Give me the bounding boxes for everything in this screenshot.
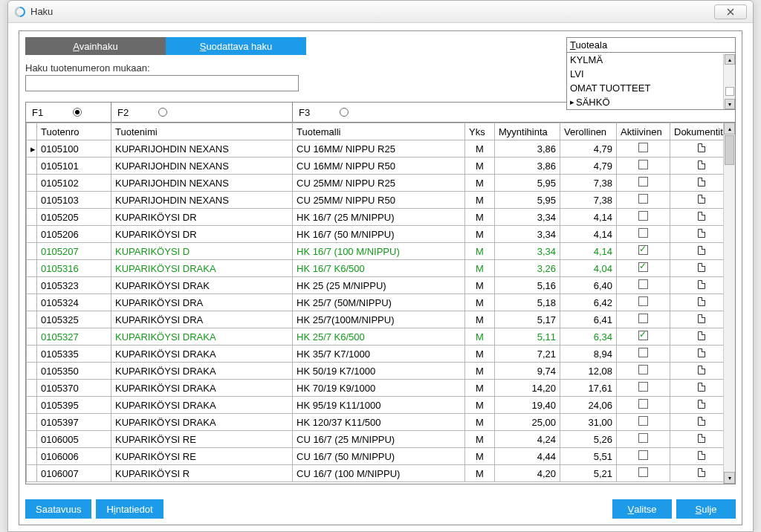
product-grid[interactable]: Tuotenro Tuotenimi Tuotemalli Yks Myynti… xyxy=(26,123,733,482)
table-row[interactable]: 0105102KUPARIJOHDIN NEXANSCU 25MM/ NIPPU… xyxy=(27,175,733,192)
scroll-thumb[interactable] xyxy=(725,135,734,165)
tuoteala-scrollbar[interactable]: ▴ ▾ xyxy=(723,54,735,109)
table-row[interactable]: 0105324KUPARIKÖYSI DRAHK 25/7 (50M/NIPPU… xyxy=(27,294,733,311)
table-row[interactable]: 0106005KUPARIKÖYSI RECU 16/7 (25 M/NIPPU… xyxy=(27,431,733,448)
cell-aktiivinen[interactable] xyxy=(617,465,670,482)
cell-aktiivinen[interactable] xyxy=(617,448,670,465)
saatavuus-button[interactable]: Saatavuus xyxy=(25,499,91,519)
col-myyntihinta[interactable]: Myyntihinta xyxy=(495,123,560,140)
cell-aktiivinen[interactable] xyxy=(617,294,670,311)
checkbox-icon[interactable] xyxy=(638,467,648,477)
cell-aktiivinen[interactable] xyxy=(617,158,670,175)
col-aktiivinen[interactable]: Aktiivinen xyxy=(617,123,670,140)
checkbox-icon[interactable] xyxy=(638,399,648,409)
checkbox-icon[interactable] xyxy=(638,228,648,238)
fcol-2[interactable]: F2 xyxy=(111,103,293,122)
scroll-up-icon[interactable]: ▴ xyxy=(724,123,735,134)
cell-aktiivinen[interactable] xyxy=(617,192,670,209)
radio-f2[interactable] xyxy=(158,108,167,117)
tuoteala-list[interactable]: KYLMÄLVIOMAT TUOTTEETSÄHKÖ xyxy=(567,53,735,109)
checkbox-icon[interactable] xyxy=(638,433,648,443)
document-icon[interactable] xyxy=(698,143,705,152)
col-verollinen[interactable]: Verollinen xyxy=(560,123,617,140)
document-icon[interactable] xyxy=(698,314,705,323)
cell-aktiivinen[interactable] xyxy=(617,346,670,363)
document-icon[interactable] xyxy=(698,246,705,255)
cell-aktiivinen[interactable] xyxy=(617,414,670,431)
checkbox-icon[interactable] xyxy=(638,211,648,221)
table-row[interactable]: 0105397KUPARIKÖYSI DRAKAHK 120/37 K11/50… xyxy=(27,414,733,431)
checkbox-icon[interactable] xyxy=(638,194,648,204)
tab-avainhaku[interactable]: Avainhaku xyxy=(25,37,166,55)
checkbox-icon[interactable] xyxy=(638,416,648,426)
table-row[interactable]: 0105370KUPARIKÖYSI DRAKAHK 70/19 K9/1000… xyxy=(27,380,733,397)
checkbox-icon[interactable] xyxy=(638,177,648,186)
cell-aktiivinen[interactable] xyxy=(617,243,670,260)
document-icon[interactable] xyxy=(698,195,705,204)
table-row[interactable]: 0105325KUPARIKÖYSI DRAHK 25/7(100M/NIPPU… xyxy=(27,311,733,328)
cell-aktiivinen[interactable] xyxy=(617,311,670,328)
table-row[interactable]: 0105323KUPARIKÖYSI DRAKHK 25 (25 M/NIPPU… xyxy=(27,277,733,294)
col-tuotemalli[interactable]: Tuotemalli xyxy=(293,123,465,140)
cell-aktiivinen[interactable] xyxy=(617,363,670,380)
checkbox-icon[interactable] xyxy=(638,296,648,306)
checkbox-icon[interactable] xyxy=(638,245,648,255)
cell-aktiivinen[interactable] xyxy=(617,397,670,414)
cell-aktiivinen[interactable] xyxy=(617,209,670,226)
table-row[interactable]: 0105205KUPARIKÖYSI DRHK 16/7 (25 M/NIPPU… xyxy=(27,209,733,226)
document-icon[interactable] xyxy=(698,229,705,238)
table-row[interactable]: 0105206KUPARIKÖYSI DRHK 16/7 (50 M/NIPPU… xyxy=(27,226,733,243)
radio-f3[interactable] xyxy=(340,108,349,117)
table-row[interactable]: 0106006KUPARIKÖYSI RECU 16/7 (50 M/NIPPU… xyxy=(27,448,733,465)
document-icon[interactable] xyxy=(698,434,705,443)
checkbox-icon[interactable] xyxy=(638,314,648,323)
table-row[interactable]: 0105103KUPARIJOHDIN NEXANSCU 25MM/ NIPPU… xyxy=(27,192,733,209)
col-yks[interactable]: Yks xyxy=(465,123,495,140)
fcol-1[interactable]: F1 xyxy=(26,103,111,122)
checkbox-icon[interactable] xyxy=(638,365,648,374)
cell-aktiivinen[interactable] xyxy=(617,431,670,448)
table-row[interactable]: ▸0105100KUPARIJOHDIN NEXANSCU 16MM/ NIPP… xyxy=(27,140,733,158)
document-icon[interactable] xyxy=(698,451,705,460)
close-button[interactable] xyxy=(714,4,747,19)
document-icon[interactable] xyxy=(698,331,705,340)
sulje-button[interactable]: Sulje xyxy=(676,499,736,519)
document-icon[interactable] xyxy=(698,400,705,409)
hintatiedot-button[interactable]: Hintatiedot xyxy=(96,499,163,519)
document-icon[interactable] xyxy=(698,178,705,186)
checkbox-icon[interactable] xyxy=(638,331,648,340)
checkbox-icon[interactable] xyxy=(638,262,648,272)
checkbox-icon[interactable] xyxy=(638,450,648,460)
table-row[interactable]: 0105316KUPARIKÖYSI DRAKAHK 16/7 K6/500M3… xyxy=(27,260,733,277)
table-row[interactable]: 0105335KUPARIKÖYSI DRAKAHK 35/7 K7/1000M… xyxy=(27,346,733,363)
tuoteala-item[interactable]: SÄHKÖ xyxy=(567,95,735,109)
checkbox-icon[interactable] xyxy=(638,143,648,152)
cell-aktiivinen[interactable] xyxy=(617,328,670,346)
checkbox-icon[interactable] xyxy=(638,279,648,289)
col-tuotenro[interactable]: Tuotenro xyxy=(37,123,111,140)
scroll-thumb[interactable] xyxy=(725,87,734,96)
tuoteala-item[interactable]: LVI xyxy=(567,67,735,81)
cell-aktiivinen[interactable] xyxy=(617,226,670,243)
tuoteala-item[interactable]: OMAT TUOTTEET xyxy=(567,81,735,95)
cell-aktiivinen[interactable] xyxy=(617,175,670,192)
checkbox-icon[interactable] xyxy=(638,160,648,169)
cell-aktiivinen[interactable] xyxy=(617,277,670,294)
document-icon[interactable] xyxy=(698,366,705,374)
document-icon[interactable] xyxy=(698,160,705,169)
search-input[interactable] xyxy=(25,75,299,91)
document-icon[interactable] xyxy=(698,280,705,289)
tab-suodattava[interactable]: Suodattava haku xyxy=(166,37,306,55)
table-row[interactable]: 0105101KUPARIJOHDIN NEXANSCU 16MM/ NIPPU… xyxy=(27,158,733,175)
table-row[interactable]: 0105207KUPARIKÖYSI DHK 16/7 (100 M/NIPPU… xyxy=(27,243,733,260)
document-icon[interactable] xyxy=(698,263,705,272)
table-row[interactable]: 0106007KUPARIKÖYSI RCU 16/7 (100 M/NIPPU… xyxy=(27,465,733,482)
cell-aktiivinen[interactable] xyxy=(617,260,670,277)
table-row[interactable]: 0105350KUPARIKÖYSI DRAKAHK 50/19 K7/1000… xyxy=(27,363,733,380)
scroll-down-icon[interactable]: ▾ xyxy=(724,472,735,484)
scroll-up-icon[interactable]: ▴ xyxy=(725,54,735,65)
document-icon[interactable] xyxy=(698,348,705,357)
table-row[interactable]: 0105395KUPARIKÖYSI DRAKAHK 95/19 K11/100… xyxy=(27,397,733,414)
scroll-down-icon[interactable]: ▾ xyxy=(725,99,735,109)
document-icon[interactable] xyxy=(698,417,705,426)
